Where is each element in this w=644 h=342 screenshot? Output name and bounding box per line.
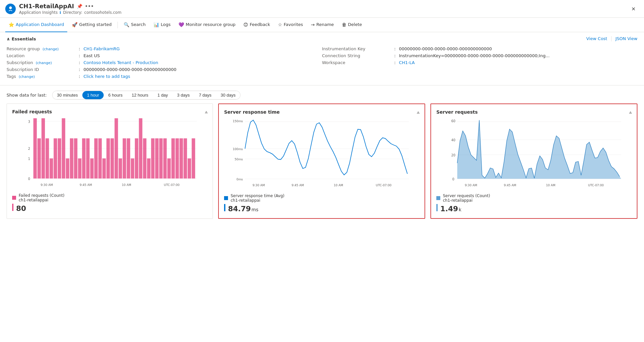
- essentials-label-right-0: Instrumentation Key: [322, 46, 394, 51]
- time-pill-4[interactable]: 1 day: [153, 91, 173, 99]
- essentials-value-link-right-2[interactable]: CH1-LA: [399, 60, 415, 65]
- nav-label-monitor-resource-group: Monitor resource group: [186, 22, 236, 27]
- json-view-link[interactable]: JSON View: [615, 36, 637, 41]
- header-title-block: CH1-RetailAppAI 📌 ••• Application Insigh…: [19, 3, 628, 15]
- time-pill-5[interactable]: 3 days: [173, 91, 194, 99]
- nav-label-getting-started: Getting started: [79, 22, 112, 27]
- essentials-row-left-0: Resource group (change)CH1-FabrikamRG: [7, 45, 322, 52]
- svg-rect-25: [98, 138, 102, 178]
- close-button[interactable]: ×: [628, 4, 639, 14]
- legend-label-failed-requests: Failed requests (Count): [19, 193, 64, 198]
- essentials-row-right-0: Instrumentation Key00000000-0000-0000-00…: [322, 45, 638, 52]
- header-title: CH1-RetailAppAI 📌 •••: [19, 3, 628, 10]
- nav-icon-delete: 🗑: [342, 22, 346, 27]
- time-pill-2[interactable]: 6 hours: [104, 91, 127, 99]
- change-link-4[interactable]: (change): [19, 75, 35, 79]
- svg-text:UTC-07:00: UTC-07:00: [164, 183, 180, 187]
- essentials-right: Instrumentation Key00000000-0000-0000-00…: [322, 45, 638, 80]
- svg-rect-41: [163, 138, 167, 178]
- nav-item-favorites[interactable]: ☆Favorites: [275, 18, 306, 32]
- nav-icon-favorites: ☆: [278, 22, 282, 27]
- nav-item-delete[interactable]: 🗑Delete: [339, 18, 365, 32]
- essentials-row-right-2: WorkspaceCH1-LA: [322, 59, 638, 66]
- svg-rect-42: [167, 158, 171, 178]
- essentials-value-link-left-2[interactable]: Contoso Hotels Tenant - Production: [83, 60, 158, 65]
- essentials-value-left-1: East US: [83, 53, 100, 58]
- time-pill-0[interactable]: 30 minutes: [52, 91, 83, 99]
- nav-item-rename[interactable]: →Rename: [308, 18, 337, 32]
- essentials-row-left-3: Subscription ID00000000-0000-0000-0000-0…: [7, 66, 322, 73]
- chart-area-server-requests: 60 40 20 0 9:30 AM 9:45 AM 10 AM UTC-07:…: [436, 119, 632, 191]
- chart-card-server-requests: Server requests ⟁ 60 40 20 0 9:30 AM 9:4…: [430, 103, 637, 219]
- nav-item-search[interactable]: 🔍Search: [120, 18, 149, 32]
- change-link-0[interactable]: (change): [43, 47, 59, 51]
- essentials-label-right-1: Connection String: [322, 53, 394, 58]
- svg-rect-34: [135, 138, 138, 178]
- svg-rect-40: [159, 138, 163, 178]
- svg-rect-27: [106, 138, 110, 178]
- essentials-value-right-0: 00000000-0000-0000-0000-000000000000: [399, 46, 492, 51]
- svg-rect-15: [58, 138, 61, 178]
- chart-metric-server-response-time: 84.79ms: [224, 204, 419, 213]
- pin-icon[interactable]: 📌: [77, 4, 82, 9]
- view-cost-link[interactable]: View Cost: [586, 36, 607, 41]
- chart-pin-server-response-time[interactable]: ⟁: [417, 109, 420, 115]
- svg-rect-16: [62, 118, 65, 178]
- nav-icon-logs: 📊: [154, 22, 159, 27]
- directory-value: contosohotels.com: [84, 10, 121, 15]
- chart-title-server-response-time: Server response time: [224, 109, 419, 115]
- svg-rect-9: [33, 118, 37, 178]
- svg-rect-24: [94, 138, 98, 178]
- info-icon[interactable]: ℹ: [60, 10, 61, 15]
- svg-rect-12: [46, 138, 49, 178]
- svg-rect-14: [54, 138, 57, 178]
- chart-pin-failed-requests[interactable]: ⟁: [205, 108, 208, 115]
- svg-text:UTC-07:00: UTC-07:00: [588, 183, 604, 187]
- svg-text:0ms: 0ms: [237, 177, 243, 181]
- nav-item-getting-started[interactable]: 🚀Getting started: [69, 18, 115, 32]
- essentials-label-left-2: Subscription (change): [7, 60, 79, 65]
- header-subtitle: Application Insights ℹ Directory: contos…: [19, 10, 628, 15]
- essentials-row-left-2: Subscription (change)Contoso Hotels Tena…: [7, 59, 322, 66]
- essentials-value-wrap-left-0: CH1-FabrikamRG: [79, 46, 120, 51]
- svg-rect-28: [111, 138, 114, 178]
- svg-rect-30: [119, 158, 122, 178]
- metric-bar-failed-requests: [12, 204, 13, 211]
- chart-pin-server-requests[interactable]: ⟁: [629, 109, 632, 115]
- svg-rect-35: [139, 118, 142, 178]
- svg-rect-10: [37, 138, 41, 178]
- nav-item-feedback[interactable]: 😊Feedback: [240, 18, 274, 32]
- essentials-toggle[interactable]: ∧ Essentials: [7, 36, 36, 41]
- time-pill-6[interactable]: 7 days: [194, 91, 216, 99]
- time-range-label: Show data for last:: [7, 93, 47, 98]
- essentials-value-left-3: 00000000-0000-0000-0000-000000000000: [83, 67, 176, 72]
- chart-value-server-requests: 1.49: [440, 205, 458, 213]
- chart-legend-server-response-time: Server response time (Avg) ch1-retailapp…: [224, 194, 419, 213]
- essentials-header: ∧ Essentials View Cost JSON View: [7, 36, 637, 41]
- svg-text:150ms: 150ms: [233, 119, 243, 123]
- essentials-value-link-left-0[interactable]: CH1-FabrikamRG: [83, 46, 119, 51]
- nav-label-delete: Delete: [348, 22, 362, 27]
- time-range-pills: 30 minutes1 hour6 hours12 hours1 day3 da…: [52, 91, 240, 100]
- svg-rect-17: [66, 158, 70, 178]
- time-pill-1[interactable]: 1 hour: [82, 91, 104, 99]
- chart-area-failed-requests: 3 2 1 0 9:30 AM 9:45 AM 10 AM UTC-07:00: [12, 118, 207, 191]
- chart-metric-failed-requests: 80: [12, 204, 207, 213]
- charts-section: Failed requests ⟁ 3 2 1 0 9:30 AM 9:45 A…: [0, 103, 644, 225]
- nav-item-app-dashboard[interactable]: ⭐Application Dashboard: [5, 18, 67, 32]
- nav-item-logs[interactable]: 📊Logs: [150, 18, 174, 32]
- time-pill-3[interactable]: 12 hours: [127, 91, 153, 99]
- change-link-2[interactable]: (change): [36, 61, 52, 65]
- nav-item-monitor-resource-group[interactable]: 💜Monitor resource group: [175, 18, 239, 32]
- essentials-value-wrap-right-2: CH1-LA: [394, 60, 415, 65]
- svg-text:0: 0: [452, 177, 454, 181]
- more-icon[interactable]: •••: [85, 4, 94, 9]
- svg-rect-46: [184, 138, 187, 178]
- metric-bar-server-response-time: [224, 204, 225, 211]
- svg-text:9:45 AM: 9:45 AM: [292, 183, 304, 187]
- legend-color-server-requests: [436, 196, 440, 200]
- svg-rect-45: [179, 138, 183, 178]
- nav-icon-app-dashboard: ⭐: [9, 22, 14, 27]
- time-pill-7[interactable]: 30 days: [216, 91, 240, 99]
- essentials-value-link-left-4[interactable]: Click here to add tags: [83, 74, 130, 79]
